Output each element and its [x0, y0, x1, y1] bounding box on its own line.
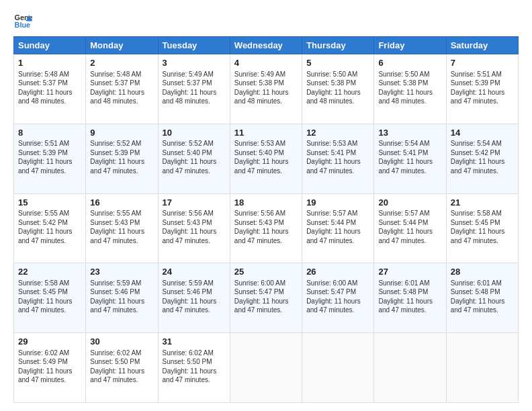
- daylight-label: Daylight: 11 hours: [378, 89, 433, 96]
- daylight-label: Daylight: 11 hours: [451, 228, 505, 235]
- daylight-label: Daylight: 11 hours: [234, 158, 289, 165]
- daylight-label: Daylight: 11 hours: [90, 89, 144, 96]
- sunrise-label: Sunrise: 5:58 AM: [18, 279, 69, 287]
- day-cell: 3Sunrise: 5:49 AMSunset: 5:37 PMDaylight…: [158, 54, 230, 124]
- daylight-label: Daylight: 11 hours: [18, 367, 73, 375]
- weekday-tuesday: Tuesday: [158, 37, 230, 54]
- sunset-label: Sunset: 5:44 PM: [306, 219, 356, 226]
- daylight-label: Daylight: 11 hours: [306, 89, 361, 96]
- day-cell: 24Sunrise: 5:59 AMSunset: 5:46 PMDayligh…: [158, 263, 230, 333]
- sunset-label: Sunset: 5:45 PM: [18, 288, 68, 295]
- sunrise-label: Sunrise: 5:48 AM: [18, 71, 69, 78]
- day-number: 4: [234, 57, 298, 69]
- sunset-label: Sunset: 5:42 PM: [451, 149, 500, 156]
- day-cell: 11Sunrise: 5:53 AMSunset: 5:40 PMDayligh…: [230, 124, 302, 193]
- day-cell: 25Sunrise: 6:00 AMSunset: 5:47 PMDayligh…: [230, 263, 302, 333]
- day-number: 22: [18, 266, 81, 278]
- svg-text:Blue: Blue: [15, 21, 31, 29]
- daylight-label: Daylight: 11 hours: [306, 298, 361, 305]
- daylight-minutes: and 47 minutes.: [234, 237, 282, 244]
- sunrise-label: Sunrise: 5:53 AM: [234, 140, 285, 147]
- daylight-label: Daylight: 11 hours: [451, 158, 505, 165]
- sunset-label: Sunset: 5:47 PM: [234, 288, 284, 295]
- daylight-label: Daylight: 11 hours: [90, 298, 144, 305]
- week-row-3: 15Sunrise: 5:55 AMSunset: 5:42 PMDayligh…: [14, 193, 519, 263]
- sunrise-label: Sunrise: 5:59 AM: [163, 279, 214, 287]
- day-cell: 7Sunrise: 5:51 AMSunset: 5:39 PMDaylight…: [446, 54, 518, 124]
- sunrise-label: Sunrise: 6:02 AM: [90, 349, 141, 357]
- sunset-label: Sunset: 5:39 PM: [451, 79, 500, 87]
- day-cell: 22Sunrise: 5:58 AMSunset: 5:45 PMDayligh…: [14, 263, 86, 333]
- sunrise-label: Sunrise: 5:57 AM: [378, 210, 429, 217]
- daylight-label: Daylight: 11 hours: [18, 89, 73, 96]
- daylight-label: Daylight: 11 hours: [18, 158, 73, 165]
- day-number: 17: [163, 197, 226, 209]
- daylight-label: Daylight: 11 hours: [234, 89, 289, 96]
- daylight-minutes: and 47 minutes.: [451, 167, 498, 175]
- day-cell: 9Sunrise: 5:52 AMSunset: 5:39 PMDaylight…: [86, 124, 158, 193]
- day-number: 25: [234, 266, 298, 278]
- day-number: 31: [163, 336, 226, 348]
- daylight-label: Daylight: 11 hours: [234, 228, 289, 235]
- sunrise-label: Sunrise: 5:50 AM: [306, 71, 357, 78]
- daylight-label: Daylight: 11 hours: [306, 228, 361, 235]
- daylight-minutes: and 48 minutes.: [378, 97, 426, 105]
- day-number: 23: [90, 266, 153, 278]
- day-cell: 2Sunrise: 5:48 AMSunset: 5:37 PMDaylight…: [86, 54, 158, 124]
- day-cell: [302, 333, 374, 403]
- day-cell: 13Sunrise: 5:54 AMSunset: 5:41 PMDayligh…: [374, 124, 446, 193]
- sunrise-label: Sunrise: 5:54 AM: [378, 140, 429, 147]
- sunset-label: Sunset: 5:42 PM: [18, 219, 68, 226]
- sunset-label: Sunset: 5:48 PM: [451, 288, 500, 295]
- day-cell: 26Sunrise: 6:00 AMSunset: 5:47 PMDayligh…: [302, 263, 374, 333]
- sunrise-label: Sunrise: 5:49 AM: [163, 71, 214, 78]
- sunrise-label: Sunrise: 5:50 AM: [378, 71, 429, 78]
- week-row-4: 22Sunrise: 5:58 AMSunset: 5:45 PMDayligh…: [14, 263, 519, 333]
- sunrise-label: Sunrise: 6:02 AM: [18, 349, 69, 357]
- daylight-label: Daylight: 11 hours: [163, 367, 217, 375]
- sunset-label: Sunset: 5:37 PM: [90, 79, 140, 87]
- sunset-label: Sunset: 5:46 PM: [163, 288, 212, 295]
- day-cell: [446, 333, 518, 403]
- weekday-thursday: Thursday: [302, 37, 374, 54]
- sunrise-label: Sunrise: 5:56 AM: [163, 210, 214, 217]
- weekday-saturday: Saturday: [446, 37, 518, 54]
- sunset-label: Sunset: 5:46 PM: [90, 288, 140, 295]
- daylight-minutes: and 47 minutes.: [90, 237, 138, 244]
- sunset-label: Sunset: 5:39 PM: [90, 149, 140, 156]
- day-number: 14: [451, 127, 514, 139]
- sunrise-label: Sunrise: 5:51 AM: [451, 71, 502, 78]
- sunrise-label: Sunrise: 5:55 AM: [90, 210, 141, 217]
- daylight-minutes: and 48 minutes.: [306, 97, 354, 105]
- sunset-label: Sunset: 5:40 PM: [234, 149, 284, 156]
- day-cell: 8Sunrise: 5:51 AMSunset: 5:39 PMDaylight…: [14, 124, 86, 193]
- sunset-label: Sunset: 5:37 PM: [18, 79, 68, 87]
- logo: General Blue: [13, 11, 35, 30]
- day-number: 21: [451, 197, 514, 209]
- sunset-label: Sunset: 5:38 PM: [306, 79, 356, 87]
- day-number: 10: [163, 127, 226, 139]
- daylight-label: Daylight: 11 hours: [163, 89, 217, 96]
- daylight-label: Daylight: 11 hours: [306, 158, 361, 165]
- sunrise-label: Sunrise: 5:48 AM: [90, 71, 141, 78]
- daylight-minutes: and 47 minutes.: [163, 376, 210, 383]
- daylight-label: Daylight: 11 hours: [90, 158, 144, 165]
- daylight-minutes: and 47 minutes.: [306, 306, 354, 314]
- day-cell: 1Sunrise: 5:48 AMSunset: 5:37 PMDaylight…: [14, 54, 86, 124]
- daylight-minutes: and 47 minutes.: [378, 306, 426, 314]
- sunrise-label: Sunrise: 6:00 AM: [306, 279, 357, 287]
- sunrise-label: Sunrise: 6:01 AM: [451, 279, 502, 287]
- sunset-label: Sunset: 5:41 PM: [306, 149, 356, 156]
- logo-icon: General Blue: [13, 11, 32, 30]
- daylight-minutes: and 47 minutes.: [90, 376, 138, 383]
- daylight-minutes: and 47 minutes.: [90, 167, 138, 175]
- weekday-sunday: Sunday: [14, 37, 86, 54]
- sunset-label: Sunset: 5:43 PM: [163, 219, 212, 226]
- weekday-header-row: SundayMondayTuesdayWednesdayThursdayFrid…: [14, 37, 519, 54]
- week-row-1: 1Sunrise: 5:48 AMSunset: 5:37 PMDaylight…: [14, 54, 519, 124]
- sunset-label: Sunset: 5:43 PM: [234, 219, 284, 226]
- sunset-label: Sunset: 5:41 PM: [378, 149, 428, 156]
- day-cell: 30Sunrise: 6:02 AMSunset: 5:50 PMDayligh…: [86, 333, 158, 403]
- daylight-label: Daylight: 11 hours: [18, 298, 73, 305]
- daylight-minutes: and 47 minutes.: [378, 167, 426, 175]
